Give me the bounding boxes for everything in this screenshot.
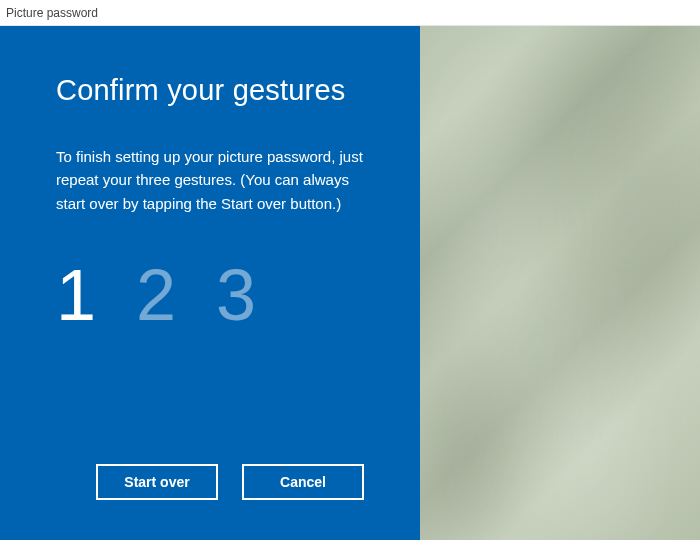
gesture-picture-area[interactable] xyxy=(420,26,700,540)
start-over-button[interactable]: Start over xyxy=(96,464,218,500)
window-title: Picture password xyxy=(6,6,98,20)
main-content: Confirm your gestures To finish setting … xyxy=(0,26,700,540)
button-row: Start over Cancel xyxy=(96,464,364,500)
cancel-button[interactable]: Cancel xyxy=(242,464,364,500)
step-2: 2 xyxy=(136,259,176,331)
page-heading: Confirm your gestures xyxy=(56,74,384,107)
step-3: 3 xyxy=(216,259,256,331)
step-1: 1 xyxy=(56,259,96,331)
instruction-text: To finish setting up your picture passwo… xyxy=(56,145,366,215)
step-indicator: 1 2 3 xyxy=(56,259,384,331)
title-bar: Picture password xyxy=(0,0,700,26)
instruction-panel: Confirm your gestures To finish setting … xyxy=(0,26,420,540)
